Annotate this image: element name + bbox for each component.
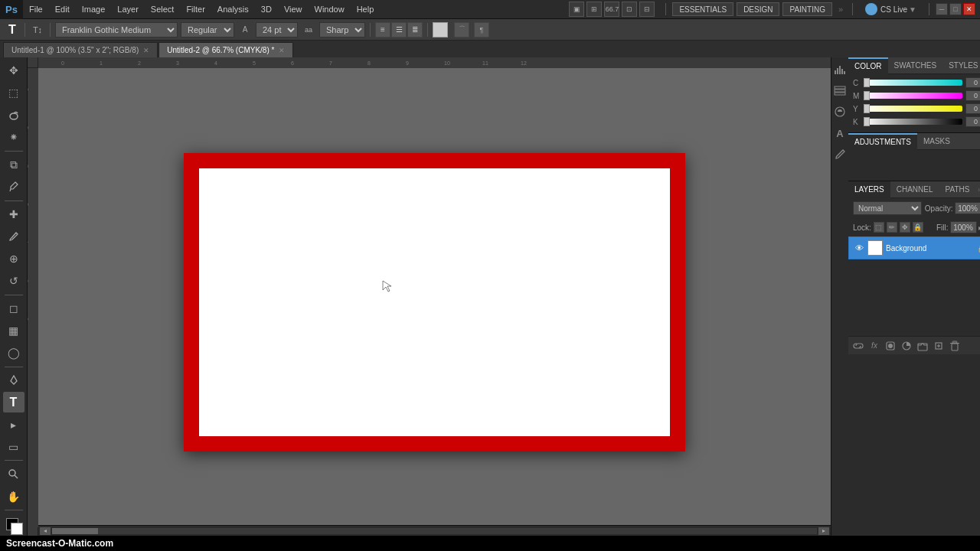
swatches-tab[interactable]: SWATCHES	[888, 57, 943, 74]
toolbar-icon-3[interactable]: ⊡	[622, 2, 637, 17]
masks-tab[interactable]: MASKS	[917, 133, 956, 150]
fg-bg-colors[interactable]	[3, 515, 24, 536]
scroll-track-h[interactable]	[52, 528, 817, 534]
align-right-btn[interactable]: ≣	[407, 22, 423, 37]
adjustment-layer-btn[interactable]	[900, 340, 913, 352]
menu-edit[interactable]: Edit	[49, 0, 76, 19]
type-tool-icon[interactable]: T	[5, 22, 20, 37]
tool-hand[interactable]: ✋	[3, 486, 24, 507]
lock-transparency[interactable]: ⬚	[874, 222, 884, 233]
menu-analysis[interactable]: Analysis	[211, 0, 255, 19]
canvas-container[interactable]	[38, 68, 831, 536]
scroll-thumb-h[interactable]	[52, 528, 98, 534]
histogram-panel-icon[interactable]	[831, 60, 848, 77]
tool-shape[interactable]: ▭	[3, 436, 24, 457]
toolbar-icon-2[interactable]: ⊞	[586, 2, 602, 17]
tab-2-close[interactable]: ✕	[279, 47, 285, 54]
opacity-input[interactable]	[955, 202, 981, 214]
fill-input[interactable]	[950, 221, 977, 233]
tool-marquee[interactable]: ⬚	[3, 83, 24, 103]
align-left-btn[interactable]: ≡	[375, 22, 390, 37]
canvas-area[interactable]: 0 1 2 3 4 5 6 7 8 9 10 11 12	[28, 57, 831, 536]
menu-view[interactable]: View	[278, 0, 309, 19]
cs-live-button[interactable]: CS Live ▼	[859, 3, 923, 15]
tab-2[interactable]: Untitled-2 @ 66.7% (CMYK/8) * ✕	[158, 42, 293, 57]
warp-text-btn[interactable]: ⌒	[454, 22, 469, 37]
horizontal-scrollbar[interactable]: ◂ ▸	[38, 525, 831, 536]
channel-tab[interactable]: CHANNEL	[890, 181, 939, 198]
adjustments-tab[interactable]: ADJUSTMENTS	[848, 133, 917, 150]
layer-visibility-toggle[interactable]: 👁	[854, 243, 864, 253]
black-value[interactable]	[965, 116, 981, 127]
font-family-select[interactable]: Franklin Gothic Medium	[55, 22, 178, 37]
menu-3d[interactable]: 3D	[255, 0, 278, 19]
link-layers-btn[interactable]	[851, 340, 865, 352]
type-orient-icon[interactable]: T↕	[30, 22, 45, 37]
fx-btn[interactable]: fx	[867, 340, 881, 352]
tool-path-selection[interactable]: ▸	[3, 414, 24, 435]
tool-dodge[interactable]: ◯	[3, 343, 24, 364]
tab-1[interactable]: Untitled-1 @ 100% (3.5" x 2"; RGB/8) ✕	[3, 42, 158, 57]
blend-mode-select[interactable]: Normal	[853, 201, 922, 215]
tool-zoom[interactable]	[3, 464, 24, 484]
tool-magic-wand[interactable]: ⁕	[3, 127, 24, 148]
brush-panel-icon[interactable]	[831, 146, 848, 163]
new-group-btn[interactable]	[916, 340, 929, 352]
new-layer-btn[interactable]	[932, 340, 946, 352]
tool-crop[interactable]: ⧉	[3, 155, 24, 175]
menu-file[interactable]: File	[23, 0, 49, 19]
tool-healing[interactable]: ✚	[3, 204, 24, 225]
workspace-design[interactable]: DESIGN	[737, 2, 779, 16]
tool-lasso[interactable]	[3, 105, 24, 126]
menu-filter[interactable]: Filter	[180, 0, 211, 19]
tool-move[interactable]: ✥	[3, 60, 24, 81]
layers-panel-icon[interactable]	[831, 82, 848, 99]
magenta-value[interactable]	[965, 90, 981, 101]
menu-layer[interactable]: Layer	[111, 0, 145, 19]
cyan-value[interactable]	[965, 77, 981, 88]
type-panel-icon[interactable]: A	[831, 125, 848, 142]
magenta-slider[interactable]	[864, 93, 962, 99]
black-slider[interactable]	[864, 119, 962, 125]
toolbar-icon-4[interactable]: ⊟	[639, 2, 655, 17]
lock-position[interactable]: ✥	[900, 222, 910, 233]
yellow-value[interactable]	[965, 103, 981, 114]
canvas-white-area[interactable]	[199, 168, 670, 436]
toolbar-icon-1[interactable]: ▣	[569, 2, 584, 17]
adjustments-panel-icon[interactable]	[831, 103, 848, 120]
char-panel-btn[interactable]: ¶	[474, 22, 489, 37]
zoom-display[interactable]: 66.7	[604, 2, 619, 17]
layers-tab[interactable]: LAYERS	[848, 181, 890, 198]
font-style-select[interactable]: Regular	[181, 22, 234, 37]
menu-image[interactable]: Image	[76, 0, 112, 19]
tool-brush[interactable]	[3, 227, 24, 247]
menu-help[interactable]: Help	[351, 0, 381, 19]
tool-clone[interactable]: ⊕	[3, 249, 24, 269]
lock-all[interactable]: 🔒	[913, 222, 923, 233]
anti-alias-select[interactable]: Sharp	[319, 22, 365, 37]
align-center-btn[interactable]: ☰	[391, 22, 407, 37]
text-color-swatch[interactable]	[433, 22, 448, 37]
background-color[interactable]	[11, 523, 23, 535]
tool-pen[interactable]	[3, 370, 24, 390]
tab-1-close[interactable]: ✕	[143, 47, 149, 54]
scroll-right-btn[interactable]: ▸	[818, 527, 829, 535]
tool-history[interactable]: ↺	[3, 271, 24, 292]
scroll-left-btn[interactable]: ◂	[40, 527, 51, 535]
font-size-select[interactable]: 24 pt	[256, 22, 298, 37]
lock-pixels[interactable]: ✏	[887, 222, 897, 233]
minimize-btn[interactable]: ─	[936, 3, 948, 15]
paths-tab[interactable]: PATHS	[939, 181, 976, 198]
workspace-essentials[interactable]: ESSENTIALS	[672, 2, 733, 16]
workspace-expand[interactable]: »	[835, 5, 846, 14]
restore-btn[interactable]: □	[949, 3, 962, 15]
close-btn[interactable]: ✕	[963, 3, 975, 15]
tool-eraser[interactable]: ◻	[3, 298, 24, 319]
tool-gradient[interactable]: ▦	[3, 321, 24, 341]
tool-eyedropper[interactable]	[3, 177, 24, 197]
workspace-painting[interactable]: PAINTING	[782, 2, 831, 16]
layer-background[interactable]: 👁 Background 🔒	[848, 236, 980, 259]
add-mask-btn[interactable]	[884, 340, 897, 352]
menu-select[interactable]: Select	[145, 0, 181, 19]
delete-layer-btn[interactable]	[948, 340, 962, 352]
